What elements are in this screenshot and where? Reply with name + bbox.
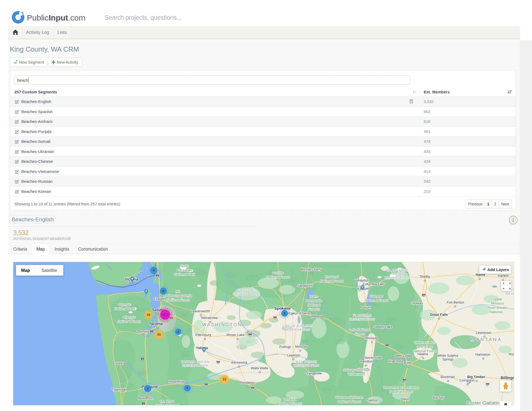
svg-text:Upper: Upper [493,297,502,301]
svg-text:Yakima: Yakima [196,346,208,350]
svg-text:Polson: Polson [360,306,371,309]
svg-text:National Forest: National Forest [413,349,437,353]
svg-text:Lewistown: Lewistown [476,331,491,335]
svg-text:Panhandle: Panhandle [306,299,322,303]
svg-text:RESERVATION: RESERVATION [506,292,514,295]
svg-text:Bozeman: Bozeman [441,375,455,379]
svg-text:Olympic: Olympic [119,302,131,306]
svg-text:Moses Lake: Moses Lake [226,333,244,337]
svg-text:National Forest: National Forest [166,298,190,302]
svg-text:Map: Map [21,268,30,273]
svg-text:INDIAN: INDIAN [391,272,404,276]
svg-text:COEUR D'ALENE: COEUR D'ALENE [282,324,312,327]
svg-text:Grangeville: Grangeville [305,372,322,375]
svg-text:Stevensville: Stevensville [364,356,382,360]
svg-text:Big Sky: Big Sky [433,396,444,400]
svg-text:National Forest: National Forest [278,402,302,405]
svg-text:Kootenai: Kootenai [325,275,338,279]
svg-text:Olympia: Olympia [137,329,149,333]
svg-text:90: 90 [487,384,489,386]
svg-text:National Park: National Park [174,272,195,276]
svg-text:Choteau: Choteau [410,301,423,305]
svg-text:Kennewick: Kennewick [231,361,248,364]
svg-text:Spokane: Spokane [274,306,291,310]
svg-text:RESERVATION: RESERVATION [182,364,208,367]
svg-text:National Park: National Park [114,307,135,311]
svg-text:BLACKFEET: BLACKFEET [387,269,409,272]
svg-text:5: 5 [142,359,143,361]
svg-text:RESERVATION: RESERVATION [284,328,310,331]
svg-text:Harlowton: Harlowton [475,353,490,356]
svg-text:23: 23 [223,377,226,381]
svg-text:Billings: Billings [501,375,514,380]
svg-text:Forests: Forests [308,307,320,311]
svg-text:Beaverton: Beaverton [138,396,153,400]
svg-text:COLVILLE: COLVILLE [237,289,255,292]
svg-text:15: 15 [403,380,405,382]
svg-text:Butte: Butte [404,361,411,365]
svg-text:Umatilla: Umatilla [284,397,297,401]
svg-text:National...: National... [490,310,505,314]
svg-text:84: 84 [252,388,254,390]
svg-text:65: 65 [157,333,161,337]
svg-text:Missouri: Missouri [491,301,504,305]
svg-text:Roundup: Roundup [509,352,514,356]
svg-text:Flathead: Flathead [370,294,383,298]
svg-text:4: 4 [153,269,155,272]
svg-text:Lolo National: Lolo National [350,328,370,332]
svg-text:Beaverhead-Deerlodge: Beaverhead-Deerlodge [383,385,419,389]
svg-text:Springs: Springs [442,358,454,361]
svg-text:Add Layers: Add Layers [487,267,509,272]
svg-text:5: 5 [157,275,158,278]
svg-text:Dillon: Dillon [401,397,409,401]
svg-text:90: 90 [274,317,276,320]
svg-text:North: North [180,264,189,268]
svg-text:Whitefish: Whitefish [355,279,369,283]
svg-text:Tacoma: Tacoma [149,322,163,326]
svg-text:Seeley Lake: Seeley Lake [374,325,392,329]
svg-text:5: 5 [151,331,152,334]
svg-text:Olympic: Olympic [123,315,135,319]
svg-text:Moscow: Moscow [295,345,307,348]
svg-text:Anaconda: Anaconda [388,359,403,363]
svg-text:YAKAMA INDIAN: YAKAMA INDIAN [181,360,210,363]
svg-text:National Forest: National Forest [365,298,388,302]
svg-text:Harlem: Harlem [498,274,509,278]
svg-text:39: 39 [147,313,150,317]
svg-text:Selway-Bitterroot: Selway-Bitterroot [343,368,370,372]
svg-text:Forest: Forest [355,332,365,336]
svg-text:2: 2 [177,330,179,333]
svg-text:Leavenworth: Leavenworth [191,309,210,313]
svg-text:7: 7 [186,387,188,390]
svg-text:Great Falls: Great Falls [430,313,448,317]
svg-text:Wenatchee: Wenatchee [201,316,218,320]
svg-text:Big Timber: Big Timber [467,375,485,379]
svg-text:FLATHEAD: FLATHEAD [353,314,372,317]
svg-text:15: 15 [423,295,425,297]
svg-text:National Forest: National Forest [155,404,179,405]
svg-text:Sandpoint: Sandpoint [297,284,313,288]
svg-text:Custer Gallatin: Custer Gallatin [466,400,500,405]
svg-text:RESERVATION: RESERVATION [349,318,375,321]
svg-text:Columbia Falls: Columbia Falls [363,282,385,286]
svg-text:Missoula: Missoula [365,336,378,340]
svg-text:Lewiston: Lewiston [287,354,300,357]
svg-text:Hood River: Hood River [169,380,185,384]
svg-text:Livingston: Livingston [460,379,475,382]
svg-text:Shelby: Shelby [419,275,430,279]
svg-text:River Breaks: River Breaks [488,306,508,310]
svg-text:Everett: Everett [153,297,165,301]
svg-text:National Forest: National Forest [266,275,290,279]
svg-text:6: 6 [163,289,164,293]
svg-text:National: National [307,303,320,307]
svg-text:84: 84 [205,384,207,387]
svg-text:Idaho: Idaho [310,294,318,298]
svg-text:Walla Walla: Walla Walla [251,366,268,370]
svg-text:National Forest: National Forest [117,319,141,323]
svg-text:RESERVATION: RESERVATION [233,292,259,296]
svg-text:Cascades: Cascades [177,268,192,272]
svg-text:National Forest: National Forest [338,400,361,404]
svg-text:Ellensburg: Ellensburg [195,333,211,337]
svg-text:Wilderness: Wilderness [348,372,365,376]
svg-text:and Clark: and Clark [417,345,432,349]
